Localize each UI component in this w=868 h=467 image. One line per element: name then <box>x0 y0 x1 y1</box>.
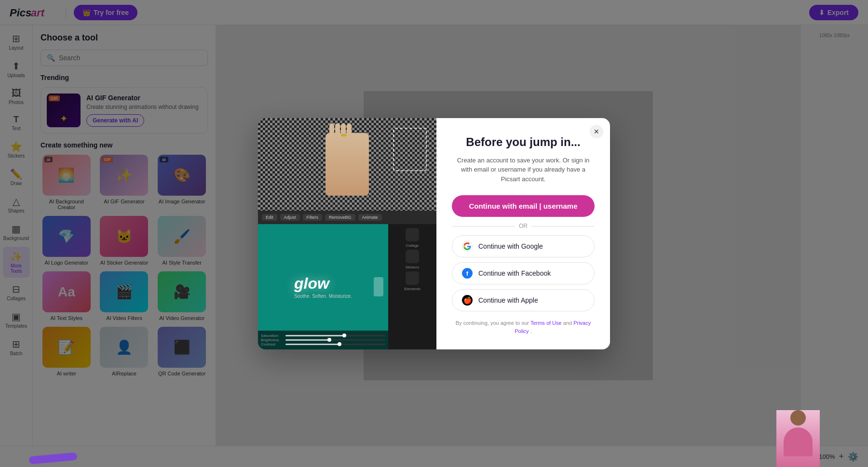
contrast-slider: Contrast <box>261 342 385 347</box>
sliders-overlay: Saturation Brightness <box>258 331 388 349</box>
removebg-btn: RemoveBG <box>325 214 355 221</box>
or-line-left <box>452 226 515 227</box>
product-bottle <box>374 277 383 296</box>
scene-toolbar: Edit Adjust Filters RemoveBG Animate <box>258 211 436 224</box>
glow-text-area: glow Soothe. Soften. Moisturize. Saturat… <box>258 224 388 349</box>
modal-close-button[interactable]: ✕ <box>590 125 603 138</box>
brightness-slider: Brightness <box>261 338 385 342</box>
modal-preview-scene: Edit Adjust Filters RemoveBG Animate glo… <box>258 118 436 349</box>
scene-side-panel: Collage Stickers Elements <box>388 224 436 349</box>
modal-image-panel: Edit Adjust Filters RemoveBG Animate glo… <box>258 118 436 349</box>
or-text: OR <box>519 223 528 229</box>
animate-btn: Animate <box>358 214 382 221</box>
apple-icon: 🍎 <box>462 295 473 306</box>
fingers <box>329 123 352 137</box>
terms-of-use-link[interactable]: Terms of Use <box>530 320 562 326</box>
continue-apple-button[interactable]: 🍎 Continue with Apple <box>452 289 595 311</box>
auth-modal: Edit Adjust Filters RemoveBG Animate glo… <box>258 118 610 349</box>
saturation-slider: Saturation <box>261 334 385 338</box>
adjust-btn: Adjust <box>280 214 300 221</box>
continue-email-button[interactable]: Continue with email | username <box>452 195 595 217</box>
or-line-right <box>531 226 595 227</box>
glow-text: glow <box>294 275 352 293</box>
elements-label: Elements <box>404 287 420 291</box>
hand-element <box>326 133 369 196</box>
continue-google-button[interactable]: Continue with Google <box>452 235 595 257</box>
modal-description: Create an account to save your work. Or … <box>452 156 595 184</box>
facebook-icon: f <box>462 268 473 279</box>
google-icon <box>462 241 473 252</box>
side-icon-1 <box>406 228 419 241</box>
apple-btn-label: Continue with Apple <box>478 296 538 304</box>
ring <box>341 134 347 136</box>
scene-bottom: Edit Adjust Filters RemoveBG Animate glo… <box>258 211 436 349</box>
close-icon: ✕ <box>594 128 599 135</box>
modal-title: Before you jump in... <box>452 135 595 149</box>
scene-content: glow Soothe. Soften. Moisturize. Saturat… <box>258 224 436 349</box>
tagline: Soothe. Soften. Moisturize. <box>294 294 352 299</box>
side-icon-3 <box>406 271 419 285</box>
google-btn-label: Continue with Google <box>478 242 543 250</box>
facebook-btn-label: Continue with Facebook <box>478 269 551 277</box>
side-icon-2 <box>406 250 419 263</box>
modal-right-panel: ✕ Before you jump in... Create an accoun… <box>436 118 610 349</box>
scene-top <box>258 118 436 211</box>
glow-composition: glow Soothe. Soften. Moisturize. <box>294 275 352 299</box>
collage-label: Collage <box>406 243 419 248</box>
terms-text: By continuing, you agree to our Terms of… <box>452 319 595 335</box>
continue-facebook-button[interactable]: f Continue with Facebook <box>452 262 595 284</box>
edit-btn: Edit <box>262 214 277 221</box>
modal-overlay: Edit Adjust Filters RemoveBG Animate glo… <box>0 0 868 467</box>
stickers-label: Stickers <box>406 265 419 269</box>
selection-box <box>393 128 427 171</box>
filters-btn: Filters <box>303 214 323 221</box>
or-divider: OR <box>452 223 595 229</box>
